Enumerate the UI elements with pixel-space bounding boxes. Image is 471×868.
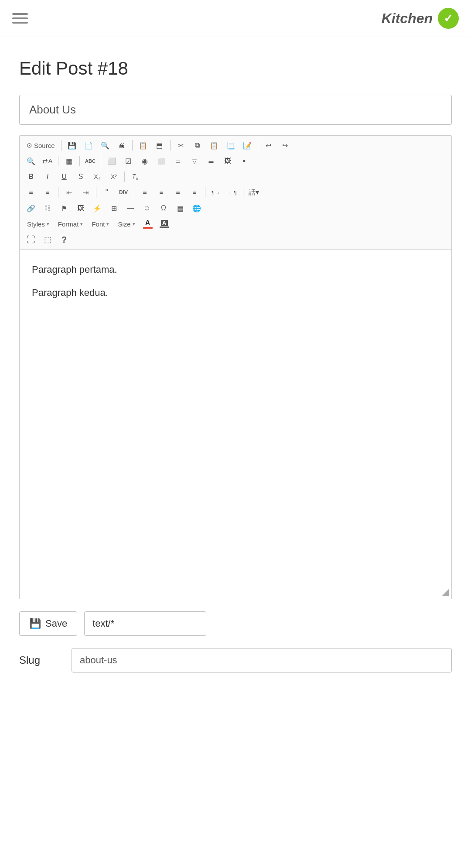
save-button-label: Save bbox=[45, 618, 67, 629]
subscript-button[interactable]: X₂ bbox=[89, 170, 105, 184]
anchor-button[interactable]: ⚑ bbox=[56, 201, 72, 215]
form-button[interactable]: ⬜ bbox=[104, 154, 119, 168]
checkbox-button[interactable]: ☑ bbox=[120, 154, 136, 168]
table-button[interactable]: ⊞ bbox=[106, 201, 122, 215]
align-center-button[interactable]: ≡ bbox=[154, 185, 169, 199]
div-button[interactable]: DIV bbox=[116, 185, 131, 199]
italic-button[interactable]: I bbox=[40, 170, 55, 184]
help-button[interactable]: ? bbox=[56, 233, 72, 247]
save-doc-icon: 💾 bbox=[68, 141, 76, 150]
replace-button[interactable]: ⇄A bbox=[40, 154, 55, 168]
redo-button[interactable]: ↪ bbox=[277, 138, 293, 152]
mime-type-input[interactable] bbox=[84, 611, 206, 636]
radio-button-tb[interactable]: ◉ bbox=[137, 154, 153, 168]
post-title-input[interactable] bbox=[19, 95, 452, 125]
bg-color-button[interactable]: A bbox=[157, 217, 172, 231]
superscript-button[interactable]: X² bbox=[106, 170, 122, 184]
source-label: Source bbox=[34, 142, 55, 149]
smiley-icon: ☺ bbox=[143, 204, 150, 212]
button-icon: ▬ bbox=[209, 158, 214, 164]
showblocks-button[interactable]: 🌐 bbox=[189, 201, 205, 215]
blockquote-icon: " bbox=[106, 188, 108, 197]
pagebreak-icon: ▤ bbox=[177, 204, 184, 213]
bg-color-icon: A bbox=[161, 220, 168, 226]
strikethrough-button[interactable]: S bbox=[73, 170, 89, 184]
paste-button[interactable]: 📋 bbox=[206, 138, 222, 152]
undo-button[interactable]: ↩ bbox=[261, 138, 276, 152]
separator-3 bbox=[170, 140, 171, 151]
save-doc-button[interactable]: 💾 bbox=[64, 138, 80, 152]
paste-text-button[interactable]: 📝 bbox=[239, 138, 255, 152]
source-icon: ⊙ bbox=[27, 141, 32, 149]
slug-input[interactable] bbox=[72, 648, 452, 672]
preview-button[interactable]: 🔍 bbox=[97, 138, 113, 152]
save-button[interactable]: 💾 Save bbox=[19, 611, 77, 636]
textfield-button[interactable]: ⬜ bbox=[154, 154, 169, 168]
imagebutton-button[interactable]: 🖼 bbox=[220, 154, 236, 168]
removeformat-button[interactable]: Tx bbox=[127, 170, 143, 184]
print-icon: 🖨 bbox=[118, 141, 125, 149]
hline-button[interactable]: — bbox=[123, 201, 138, 215]
form-icon: ⬜ bbox=[107, 157, 116, 165]
spellcheck-button[interactable]: ABC bbox=[82, 154, 98, 168]
docprops-icon: ⬒ bbox=[156, 141, 163, 150]
align-justify-icon: ≡ bbox=[192, 189, 196, 196]
pagebreak-button[interactable]: ▤ bbox=[172, 201, 188, 215]
align-left-button[interactable]: ≡ bbox=[137, 185, 153, 199]
select-icon: ▽ bbox=[192, 158, 197, 165]
toolbar-row-6: Styles ▾ Format ▾ Font ▾ Size ▾ A bbox=[23, 217, 448, 231]
format-dropdown[interactable]: Format ▾ bbox=[54, 217, 87, 231]
language-button[interactable]: 話▾ bbox=[246, 185, 262, 199]
underline-button[interactable]: U bbox=[56, 170, 72, 184]
outdent-button[interactable]: ⇤ bbox=[61, 185, 77, 199]
resize-handle[interactable] bbox=[442, 589, 449, 596]
indent-button[interactable]: ⇥ bbox=[78, 185, 93, 199]
image-button[interactable]: 🖼 bbox=[73, 201, 89, 215]
docprops-button[interactable]: ⬒ bbox=[152, 138, 167, 152]
align-left-icon: ≡ bbox=[143, 189, 147, 196]
align-right-icon: ≡ bbox=[176, 189, 180, 196]
flash-button[interactable]: ⚡ bbox=[89, 201, 105, 215]
new-doc-button[interactable]: 📄 bbox=[81, 138, 96, 152]
styles-dropdown[interactable]: Styles ▾ bbox=[23, 217, 53, 231]
ltr-button[interactable]: ¶→ bbox=[208, 185, 224, 199]
align-justify-button[interactable]: ≡ bbox=[187, 185, 202, 199]
source-button[interactable]: ⊙ Source bbox=[23, 138, 58, 152]
select-resize-button[interactable]: ⬚ bbox=[40, 233, 55, 247]
find-button[interactable]: 🔍 bbox=[23, 154, 39, 168]
blockquote-button[interactable]: " bbox=[99, 185, 115, 199]
save-button-icon: 💾 bbox=[29, 618, 41, 629]
align-right-button[interactable]: ≡ bbox=[170, 185, 186, 199]
maximize-button[interactable]: ⛶ bbox=[23, 233, 39, 247]
textarea-icon: ▭ bbox=[175, 158, 181, 165]
bold-button[interactable]: B bbox=[23, 170, 39, 184]
format-label: Format bbox=[58, 220, 79, 228]
font-dropdown[interactable]: Font ▾ bbox=[88, 217, 113, 231]
select-all-button[interactable]: ▦ bbox=[61, 154, 77, 168]
unordered-list-button[interactable]: ≡ bbox=[40, 185, 55, 199]
rtl-button[interactable]: ←¶ bbox=[225, 185, 240, 199]
separator-10 bbox=[96, 187, 96, 198]
separator-11 bbox=[134, 187, 134, 198]
size-dropdown[interactable]: Size ▾ bbox=[114, 217, 139, 231]
flash-icon: ⚡ bbox=[93, 204, 102, 213]
select-button[interactable]: ▽ bbox=[187, 154, 202, 168]
print-button[interactable]: 🖨 bbox=[114, 138, 130, 152]
specialchar-button[interactable]: Ω bbox=[156, 201, 171, 215]
link-button[interactable]: 🔗 bbox=[23, 201, 39, 215]
text-color-button[interactable]: A bbox=[140, 217, 156, 231]
subscript-icon: X₂ bbox=[94, 173, 100, 180]
templates-button[interactable]: 📋 bbox=[135, 138, 151, 152]
hidden-button[interactable]: ▪ bbox=[236, 154, 252, 168]
cut-button[interactable]: ✂ bbox=[173, 138, 189, 152]
smiley-button[interactable]: ☺ bbox=[139, 201, 155, 215]
paste-word-button[interactable]: 📃 bbox=[223, 138, 239, 152]
ordered-list-button[interactable]: ≡ bbox=[23, 185, 39, 199]
editor-body[interactable]: Paragraph pertama. Paragraph kedua. bbox=[20, 250, 451, 599]
unlink-button[interactable]: ⛓ bbox=[40, 201, 55, 215]
menu-button[interactable] bbox=[12, 13, 28, 24]
copy-button[interactable]: ⧉ bbox=[190, 138, 205, 152]
button-tb[interactable]: ▬ bbox=[203, 154, 219, 168]
text-color-icon: A bbox=[145, 220, 150, 226]
textarea-button[interactable]: ▭ bbox=[170, 154, 186, 168]
